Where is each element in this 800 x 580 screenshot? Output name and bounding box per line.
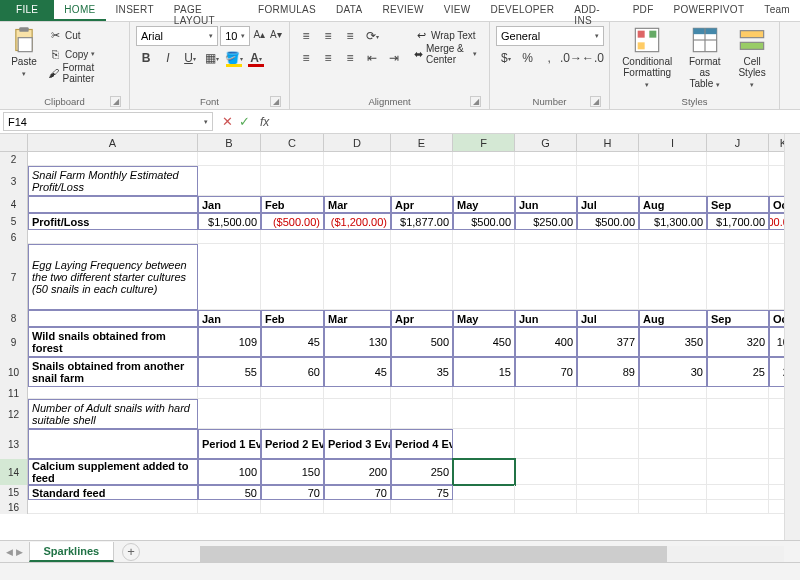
cell-F[interactable] bbox=[453, 459, 515, 485]
add-sheet-button[interactable]: + bbox=[122, 543, 140, 561]
cell-A[interactable] bbox=[28, 152, 198, 166]
col-header-B[interactable]: B bbox=[198, 134, 261, 151]
cell-E[interactable] bbox=[391, 230, 453, 244]
align-right-icon[interactable]: ≡ bbox=[340, 48, 360, 68]
cell-E[interactable] bbox=[391, 500, 453, 514]
cell-J[interactable] bbox=[707, 230, 769, 244]
col-header-J[interactable]: J bbox=[707, 134, 769, 151]
cell-E[interactable]: Apr bbox=[391, 310, 453, 327]
tab-review[interactable]: REVIEW bbox=[372, 0, 433, 21]
increase-indent-icon[interactable]: ⇥ bbox=[384, 48, 404, 68]
cut-button[interactable]: ✂Cut bbox=[46, 26, 119, 44]
col-header-I[interactable]: I bbox=[639, 134, 707, 151]
cell-D[interactable]: 200 bbox=[324, 459, 391, 485]
cell-H[interactable]: Jul bbox=[577, 310, 639, 327]
cell-C[interactable]: 70 bbox=[261, 485, 324, 500]
font-size-combo[interactable]: 10▾ bbox=[220, 26, 250, 46]
cell-D[interactable] bbox=[324, 244, 391, 310]
cell-B[interactable] bbox=[198, 230, 261, 244]
col-header-C[interactable]: C bbox=[261, 134, 324, 151]
row-header-7[interactable]: 7 bbox=[0, 244, 28, 310]
cell-G[interactable] bbox=[515, 230, 577, 244]
cell-D[interactable]: ($1,200.00) bbox=[324, 213, 391, 230]
cell-H[interactable] bbox=[577, 399, 639, 429]
cell-J[interactable]: $1,700.00 bbox=[707, 213, 769, 230]
cell-E[interactable]: Period 4 Evaluation bbox=[391, 429, 453, 459]
cell-I[interactable]: Aug bbox=[639, 196, 707, 213]
cell-B[interactable]: Period 1 Evaluation bbox=[198, 429, 261, 459]
tab-formulas[interactable]: FORMULAS bbox=[248, 0, 326, 21]
cell-F[interactable] bbox=[453, 166, 515, 196]
cell-D[interactable]: 70 bbox=[324, 485, 391, 500]
cell-H[interactable] bbox=[577, 244, 639, 310]
font-launcher[interactable]: ◢ bbox=[270, 96, 281, 107]
tab-powerpivot[interactable]: POWERPIVOT bbox=[664, 0, 755, 21]
cell-G[interactable]: Jun bbox=[515, 196, 577, 213]
italic-button[interactable]: I bbox=[158, 48, 178, 68]
cell-E[interactable]: 35 bbox=[391, 357, 453, 387]
cell-G[interactable] bbox=[515, 459, 577, 485]
cell-J[interactable] bbox=[707, 244, 769, 310]
row-header-4[interactable]: 4 bbox=[0, 196, 28, 213]
cell-J[interactable]: 25 bbox=[707, 357, 769, 387]
cell-B[interactable]: Jan bbox=[198, 310, 261, 327]
col-header-G[interactable]: G bbox=[515, 134, 577, 151]
cell-E[interactable] bbox=[391, 152, 453, 166]
cell-F[interactable]: $500.00 bbox=[453, 213, 515, 230]
cell-C[interactable]: Period 2 Evaluation bbox=[261, 429, 324, 459]
row-header-14[interactable]: 14 bbox=[0, 459, 28, 485]
cell-E[interactable]: 250 bbox=[391, 459, 453, 485]
select-all-corner[interactable] bbox=[0, 134, 28, 151]
cell-G[interactable] bbox=[515, 244, 577, 310]
merge-center-button[interactable]: ⬌Merge & Center ▾ bbox=[412, 45, 479, 63]
cell-styles-button[interactable]: CellStyles ▾ bbox=[731, 24, 773, 94]
cell-F[interactable] bbox=[453, 387, 515, 399]
cell-H[interactable] bbox=[577, 387, 639, 399]
cell-E[interactable] bbox=[391, 387, 453, 399]
align-bottom-icon[interactable]: ≡ bbox=[340, 26, 360, 46]
cell-A[interactable]: Egg Laying Frequency between the two dif… bbox=[28, 244, 198, 310]
cell-C[interactable] bbox=[261, 387, 324, 399]
fx-icon[interactable]: fx bbox=[256, 115, 273, 129]
cell-F[interactable]: May bbox=[453, 310, 515, 327]
cell-J[interactable]: Sep bbox=[707, 310, 769, 327]
name-box[interactable]: F14▾ bbox=[3, 112, 213, 131]
cell-D[interactable] bbox=[324, 230, 391, 244]
cell-D[interactable] bbox=[324, 166, 391, 196]
cell-J[interactable] bbox=[707, 500, 769, 514]
tab-team[interactable]: Team bbox=[754, 0, 800, 21]
row-header-15[interactable]: 15 bbox=[0, 485, 28, 500]
tab-insert[interactable]: INSERT bbox=[106, 0, 164, 21]
cell-I[interactable]: Aug bbox=[639, 310, 707, 327]
row-header-2[interactable]: 2 bbox=[0, 152, 28, 166]
tab-file[interactable]: FILE bbox=[0, 0, 54, 21]
cell-G[interactable] bbox=[515, 500, 577, 514]
cell-H[interactable]: 377 bbox=[577, 327, 639, 357]
cell-B[interactable] bbox=[198, 399, 261, 429]
cell-D[interactable] bbox=[324, 387, 391, 399]
borders-button[interactable]: ▦▾ bbox=[202, 48, 222, 68]
currency-icon[interactable]: $▾ bbox=[496, 48, 516, 68]
cell-C[interactable]: ($500.00) bbox=[261, 213, 324, 230]
cell-H[interactable] bbox=[577, 500, 639, 514]
comma-icon[interactable]: , bbox=[539, 48, 559, 68]
format-painter-button[interactable]: 🖌Format Painter bbox=[46, 64, 119, 82]
cell-D[interactable]: 130 bbox=[324, 327, 391, 357]
cell-A[interactable]: Wild snails obtained from forest bbox=[28, 327, 198, 357]
cell-J[interactable] bbox=[707, 152, 769, 166]
cell-I[interactable] bbox=[639, 166, 707, 196]
cell-C[interactable] bbox=[261, 152, 324, 166]
cell-C[interactable]: Feb bbox=[261, 310, 324, 327]
cell-F[interactable]: 15 bbox=[453, 357, 515, 387]
align-left-icon[interactable]: ≡ bbox=[296, 48, 316, 68]
cell-D[interactable] bbox=[324, 152, 391, 166]
cell-G[interactable]: Jun bbox=[515, 310, 577, 327]
row-header-16[interactable]: 16 bbox=[0, 500, 28, 514]
clipboard-launcher[interactable]: ◢ bbox=[110, 96, 121, 107]
cell-A[interactable]: Profit/Loss bbox=[28, 213, 198, 230]
wrap-text-button[interactable]: ↩Wrap Text bbox=[412, 26, 479, 44]
cell-H[interactable] bbox=[577, 166, 639, 196]
cell-G[interactable] bbox=[515, 166, 577, 196]
cell-B[interactable] bbox=[198, 152, 261, 166]
copy-button[interactable]: ⎘Copy ▾ bbox=[46, 45, 119, 63]
